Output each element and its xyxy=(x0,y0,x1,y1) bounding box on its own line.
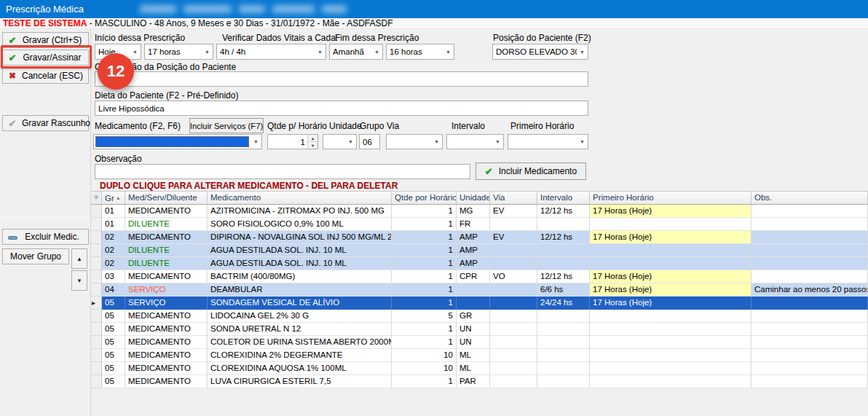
cell-type: DILUENTE xyxy=(125,218,208,231)
cell-group: 05 xyxy=(102,362,125,375)
patient-position-dropdown[interactable]: DORSO ELEVADO 30 G ▼ xyxy=(492,44,588,60)
table-row[interactable]: 03MEDICAMENTOBACTRIM (400/80MG)1CPRVO12/… xyxy=(91,270,868,283)
cell-type: MEDICAMENTO xyxy=(125,362,208,375)
table-row[interactable]: 04SERVIÇODEAMBULAR16/6 hs17 Horas (Hoje)… xyxy=(91,283,868,297)
table-row[interactable]: 02DILUENTEAGUA DESTILADA SOL. INJ. 10 ML… xyxy=(91,257,868,270)
column-header-med-serv-diluente[interactable]: Med/Serv/Diluente xyxy=(125,191,208,205)
cell-unit: AMP xyxy=(457,257,490,270)
save-button[interactable]: ✔ Gravar (Ctrl+S) xyxy=(2,32,89,48)
cell-first-time xyxy=(590,323,751,336)
cell-type: MEDICAMENTO xyxy=(125,270,208,283)
end-time-dropdown[interactable]: 16 horas ▼ xyxy=(386,44,454,60)
move-group-button[interactable]: Mover Grupo xyxy=(2,248,69,264)
cell-interval xyxy=(537,375,590,388)
save-draft-button[interactable]: ✔ Gravar Rascunho xyxy=(2,115,89,131)
patient-position-label: Posição do Paciente (F2) xyxy=(493,33,591,43)
sidebar: ✔ Gravar (Ctrl+S) ✔ Gravar/Assinar ✖ Can… xyxy=(0,29,91,416)
spinner-up-icon[interactable]: ▲ xyxy=(308,135,317,142)
row-marker xyxy=(91,231,102,244)
grid-header[interactable]: ✳Gr▲Med/Serv/DiluenteMedicamentoQtde por… xyxy=(91,191,868,205)
quantity-stepper[interactable]: ▲ ▼ xyxy=(267,134,318,149)
move-group-up-button[interactable]: ▲ xyxy=(71,248,87,269)
dropdown-arrow-icon: ▼ xyxy=(431,139,442,144)
check-icon: ✔ xyxy=(3,35,22,46)
table-row[interactable]: 02MEDICAMENTODIPIRONA - NOVALGINA SOL IN… xyxy=(91,231,868,244)
vitals-interval-dropdown[interactable]: 4h / 4h ▼ xyxy=(216,44,326,60)
column-header-qtde-por-hor-rio[interactable]: Qtde por Horário xyxy=(392,191,457,205)
cell-medication: AZITROMICINA - ZITROMAX PO INJ. 500 MG xyxy=(208,205,392,218)
dropdown-arrow-icon: ▼ xyxy=(492,139,503,144)
table-row[interactable]: 05MEDICAMENTOSONDA URETRAL N 121UN xyxy=(91,323,868,336)
column-header-unidade[interactable]: Unidade xyxy=(457,191,490,205)
group-input[interactable] xyxy=(359,134,380,149)
table-row[interactable]: 01DILUENTESORO FISIOLOGICO 0,9% 100 ML1F… xyxy=(91,218,868,231)
table-row[interactable]: ▸05SERVIÇOSONDAGEM VESICAL DE ALÍVIO124/… xyxy=(91,297,868,310)
move-group-down-button[interactable]: ▼ xyxy=(71,270,87,291)
row-marker xyxy=(91,336,102,349)
group-label: Grupo xyxy=(360,121,384,131)
cell-medication: SORO FISIOLOGICO 0,9% 100 ML xyxy=(208,218,392,231)
end-day-dropdown[interactable]: Amanhã ▼ xyxy=(329,44,383,60)
table-row[interactable]: 02DILUENTEAGUA DESTILADA SOL. INJ. 10 ML… xyxy=(91,244,868,257)
dropdown-arrow-icon: ▼ xyxy=(250,139,261,144)
cell-type: DILUENTE xyxy=(125,257,208,270)
cell-unit: AMP xyxy=(457,231,490,244)
column-header-via[interactable]: Via xyxy=(490,191,537,205)
cancel-button[interactable]: ✖ Cancelar (ESC) xyxy=(2,68,89,84)
check-icon: ✔ xyxy=(485,166,493,177)
route-dropdown[interactable]: ▼ xyxy=(386,134,443,149)
cell-medication: LUVA CIRURGICA ESTERIL 7,5 xyxy=(208,375,392,388)
cell-type: SERVIÇO xyxy=(125,283,208,297)
table-row[interactable]: 05MEDICAMENTOLUVA CIRURGICA ESTERIL 7,51… xyxy=(91,375,868,388)
column-header-gr[interactable]: Gr▲ xyxy=(102,191,125,205)
medication-combobox[interactable]: ▼ xyxy=(93,134,262,149)
delete-medication-button[interactable]: Excluir Medic. xyxy=(2,229,89,245)
cell-quantity: 1 xyxy=(392,218,457,231)
spinner-down-icon[interactable]: ▼ xyxy=(308,142,317,149)
diet-label: Dieta do Paciente (F2 - Pré-Definido) xyxy=(95,90,238,101)
cell-type: MEDICAMENTO xyxy=(125,375,208,388)
cell-obs xyxy=(751,218,868,231)
save-sign-button[interactable]: ✔ Gravar/Assinar xyxy=(2,50,89,66)
cell-interval xyxy=(537,218,590,231)
cell-first-time xyxy=(590,349,751,362)
column-header-obs[interactable]: Obs. xyxy=(751,191,868,205)
diet-input[interactable] xyxy=(95,101,588,116)
cell-route xyxy=(490,283,537,297)
cell-interval xyxy=(537,336,590,349)
cell-interval: 12/12 hs xyxy=(537,205,590,218)
row-marker xyxy=(91,323,102,336)
table-row[interactable]: 05MEDICAMENTOCLOREXIDINA 2% DEGERMANTE10… xyxy=(91,349,868,362)
include-medication-button[interactable]: ✔ Incluir Medicamento xyxy=(476,162,586,180)
interval-dropdown[interactable]: ▼ xyxy=(446,134,504,149)
first-time-dropdown[interactable]: ▼ xyxy=(508,134,588,149)
column-header-intervalo[interactable]: Intervalo xyxy=(537,191,590,205)
quantity-input[interactable] xyxy=(268,135,307,149)
cell-type: MEDICAMENTO xyxy=(125,349,208,362)
observation-input[interactable] xyxy=(95,164,470,179)
first-time-label: Primeiro Horário xyxy=(510,121,574,131)
position-observation-input[interactable] xyxy=(95,71,588,87)
table-row[interactable]: 01MEDICAMENTOAZITROMICINA - ZITROMAX PO … xyxy=(91,205,868,218)
cell-interval xyxy=(537,257,590,270)
start-time-dropdown[interactable]: 17 horas ▼ xyxy=(144,44,213,60)
cell-first-time xyxy=(590,218,751,231)
include-services-button[interactable]: Incluir Serviços (F7) xyxy=(189,118,264,133)
cell-quantity: 1 xyxy=(392,323,457,336)
cell-quantity: 1 xyxy=(392,375,457,388)
unit-dropdown[interactable]: ▼ xyxy=(323,134,357,149)
column-header-medicamento[interactable]: Medicamento xyxy=(208,191,392,205)
table-row[interactable]: 05MEDICAMENTOCLOREXIDINA AQUOSA 1% 100ML… xyxy=(91,362,868,375)
row-marker xyxy=(91,310,102,323)
cell-first-time: 17 Horas (Hoje) xyxy=(590,297,751,310)
table-row[interactable]: 05MEDICAMENTOLIDOCAINA GEL 2% 30 G5GR xyxy=(91,310,868,323)
cell-medication: AGUA DESTILADA SOL. INJ. 10 ML xyxy=(208,257,392,270)
column-header-primeiro-hor-rio[interactable]: Primeiro Horário xyxy=(590,191,751,205)
cell-unit: AMP xyxy=(457,244,490,257)
row-marker xyxy=(91,349,102,362)
cell-group: 01 xyxy=(102,218,125,231)
dropdown-arrow-icon: ▼ xyxy=(371,50,382,55)
cell-route xyxy=(490,310,537,323)
cell-medication: AGUA DESTILADA SOL. INJ. 10 ML xyxy=(208,244,392,257)
table-row[interactable]: 05MEDICAMENTOCOLETOR DE URINA SISTEMA AB… xyxy=(91,336,868,349)
